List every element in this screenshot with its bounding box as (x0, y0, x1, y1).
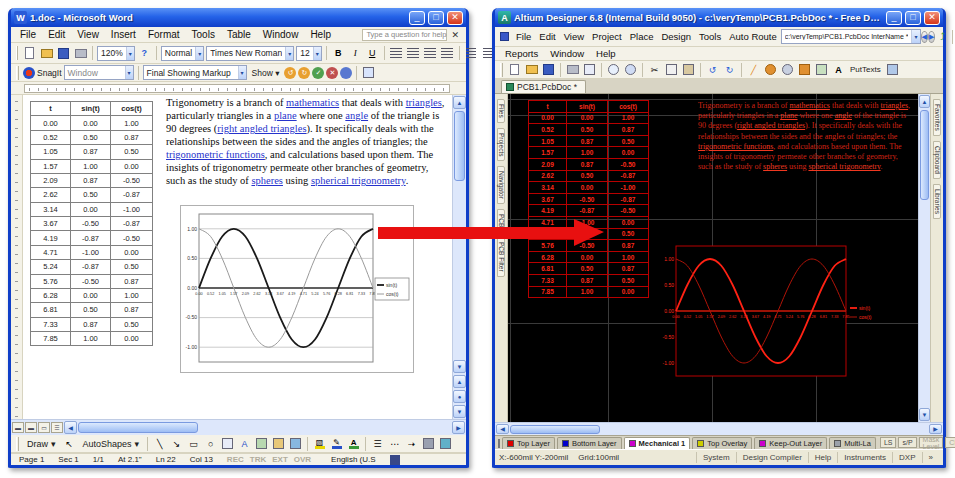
scroll-left-icon[interactable]: ◀ (496, 424, 509, 434)
place-dimension-icon[interactable] (814, 63, 829, 77)
status-button-help[interactable]: Help (808, 452, 837, 463)
oval-icon[interactable]: ○ (203, 437, 218, 451)
word-menu-format[interactable]: Format (142, 28, 186, 41)
draw-font-color-icon[interactable]: A (346, 437, 361, 451)
panel-tab-favorites[interactable]: Favorites (933, 99, 942, 136)
altium-menu-edit[interactable]: Edit (535, 30, 559, 43)
altium-horizontal-scrollbar[interactable]: ◀ ▶ (495, 422, 943, 435)
track-changes-icon[interactable] (361, 66, 376, 80)
print-preview-icon[interactable] (582, 63, 597, 77)
text-box-icon[interactable] (220, 437, 235, 451)
select-browse-object-icon[interactable]: ● (453, 390, 466, 403)
snagit-icon[interactable] (23, 67, 35, 79)
line-icon[interactable]: ╲ (152, 437, 167, 451)
hyperlink[interactable]: triangles (406, 97, 442, 108)
insert-picture-icon[interactable] (288, 437, 303, 451)
cut-icon[interactable]: ✂ (647, 63, 662, 77)
altium-menu-window[interactable]: Window (544, 47, 590, 60)
align-left-icon[interactable] (389, 46, 404, 60)
altium-vertical-scrollbar[interactable]: ▲ ▼ (918, 94, 930, 422)
redo-icon[interactable]: ↻ (722, 63, 737, 77)
hyperlink[interactable]: angle (835, 111, 852, 120)
scroll-down-icon[interactable]: ▼ (919, 408, 930, 421)
snagit-label[interactable]: SnagIt (37, 68, 62, 78)
hyperlink[interactable]: right angled triangles (737, 121, 805, 130)
forward-icon[interactable]: ▶ (928, 31, 935, 43)
panel-tab-projects[interactable]: Projects (497, 128, 506, 161)
word-menu-insert[interactable]: Insert (105, 28, 142, 41)
layer-tab-top-layer[interactable]: Top Layer (502, 437, 555, 449)
paste-icon[interactable] (681, 63, 696, 77)
scroll-down-icon[interactable]: ▼ (453, 360, 466, 373)
layer-button-ls[interactable]: LS (880, 437, 897, 448)
rectangle-icon[interactable]: ▭ (186, 437, 201, 451)
word-menu-window[interactable]: Window (257, 28, 305, 41)
hyperlink[interactable]: spheres (763, 162, 787, 171)
previous-change-icon[interactable]: ↺ (284, 67, 296, 79)
justify-icon[interactable] (440, 46, 455, 60)
fill-color-icon[interactable]: ▧ (312, 437, 327, 451)
clip-art-icon[interactable] (271, 437, 286, 451)
hyperlink[interactable]: right angled triangles (217, 123, 306, 134)
snagit-window-select[interactable]: Window▾ (64, 65, 134, 80)
save-icon[interactable] (541, 63, 556, 77)
word-menu-edit[interactable]: Edit (42, 28, 71, 41)
normal-view-icon[interactable]: ▬ (12, 422, 24, 433)
hyperlink[interactable]: mathematics (286, 97, 339, 108)
hyperlink[interactable]: triangles (881, 101, 909, 110)
arrow-style-icon[interactable]: ⇢ (404, 437, 419, 451)
puttexts-label[interactable]: PutTexts (848, 65, 883, 74)
copy-icon[interactable] (664, 63, 679, 77)
altium-menu-auto-route[interactable]: Auto Route (725, 30, 781, 43)
layer-button-mask-level[interactable]: Mask Level (919, 437, 944, 448)
altium-title-bar[interactable]: A Altium Designer 6.8 (Internal Build 90… (495, 8, 943, 27)
bold-icon[interactable]: B (331, 46, 346, 60)
new-comment-icon[interactable] (340, 67, 352, 79)
hyperlink[interactable]: trigonometric functions (166, 149, 265, 160)
zoom-select[interactable]: 120%▾ (97, 46, 135, 61)
previous-page-icon[interactable]: ▲ (453, 375, 466, 388)
place-pad-icon[interactable] (763, 63, 778, 77)
hyperlink[interactable]: plane (274, 110, 297, 121)
open-icon[interactable] (524, 63, 539, 77)
vertical-ruler[interactable] (11, 95, 23, 419)
maximize-button[interactable]: □ (905, 11, 921, 25)
autoshapes-menu[interactable]: AutoShapes ▾ (79, 438, 144, 450)
word-vertical-scrollbar[interactable]: ▲ ▼ ▲ ● ▼ (452, 95, 466, 419)
style-select[interactable]: Normal▾ (161, 46, 204, 61)
show-menu[interactable]: Show ▾ (249, 68, 283, 78)
scroll-up-icon[interactable]: ▲ (919, 95, 930, 108)
scroll-up-icon[interactable]: ▲ (453, 96, 466, 109)
hscroll-thumb[interactable] (510, 425, 600, 434)
scroll-thumb[interactable] (920, 110, 929, 200)
word-menu-help[interactable]: Help (304, 28, 337, 41)
accept-change-icon[interactable]: ✓ (312, 67, 324, 79)
altium-menu-help[interactable]: Help (590, 47, 622, 60)
close-document-icon[interactable]: ✕ (447, 30, 463, 40)
hyperlink[interactable]: spheres (251, 175, 283, 186)
altium-menu-reports[interactable]: Reports (499, 47, 544, 60)
dash-style-icon[interactable]: ⋯ (387, 437, 402, 451)
status-button-dxp[interactable]: DXP (892, 452, 921, 463)
underline-icon[interactable]: U (365, 46, 380, 60)
open-icon[interactable] (39, 46, 54, 60)
word-page[interactable]: tsin(t)cos(t)0.000.001.000.520.500.871.0… (23, 95, 452, 419)
maximize-button[interactable]: □ (428, 11, 444, 25)
altium-menu-file[interactable]: File (512, 30, 535, 43)
scroll-thumb[interactable] (454, 111, 465, 181)
line-color-icon[interactable]: ✎ (329, 437, 344, 451)
close-button[interactable]: ✕ (447, 11, 463, 25)
zoom-in-icon[interactable] (606, 63, 621, 77)
mode-indicator[interactable]: EXT (272, 455, 288, 464)
place-line-icon[interactable]: ╱ (746, 63, 761, 77)
draw-menu[interactable]: Draw ▾ (23, 438, 60, 450)
arrow-icon[interactable]: ↘ (169, 437, 184, 451)
web-layout-view-icon[interactable]: ▬ (25, 422, 37, 433)
display-for-review-select[interactable]: Final Showing Markup▾ (143, 65, 247, 80)
print-icon[interactable] (73, 46, 88, 60)
word-menu-table[interactable]: Table (221, 28, 257, 41)
panel-tab-navigator[interactable]: Navigator (497, 166, 506, 204)
mode-indicator[interactable]: REC (227, 455, 244, 464)
help-icon[interactable]: ? (137, 46, 152, 60)
layer-button-clear[interactable]: Clear (945, 437, 955, 448)
